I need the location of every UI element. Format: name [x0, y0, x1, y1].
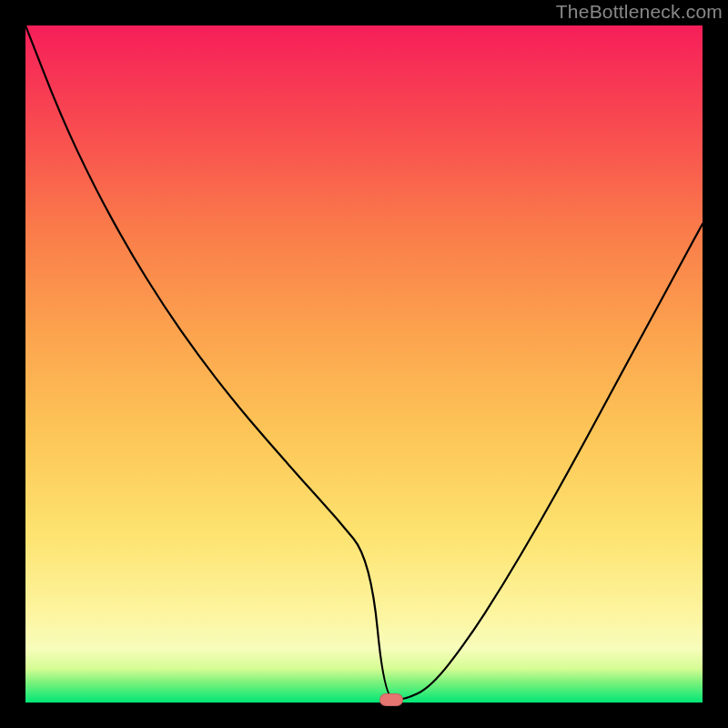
- chart-frame: TheBottleneck.com: [0, 0, 728, 728]
- plot-area: [25, 25, 703, 703]
- watermark-text: TheBottleneck.com: [556, 1, 723, 23]
- minimum-marker: [379, 693, 403, 706]
- bottleneck-curve: [25, 25, 703, 703]
